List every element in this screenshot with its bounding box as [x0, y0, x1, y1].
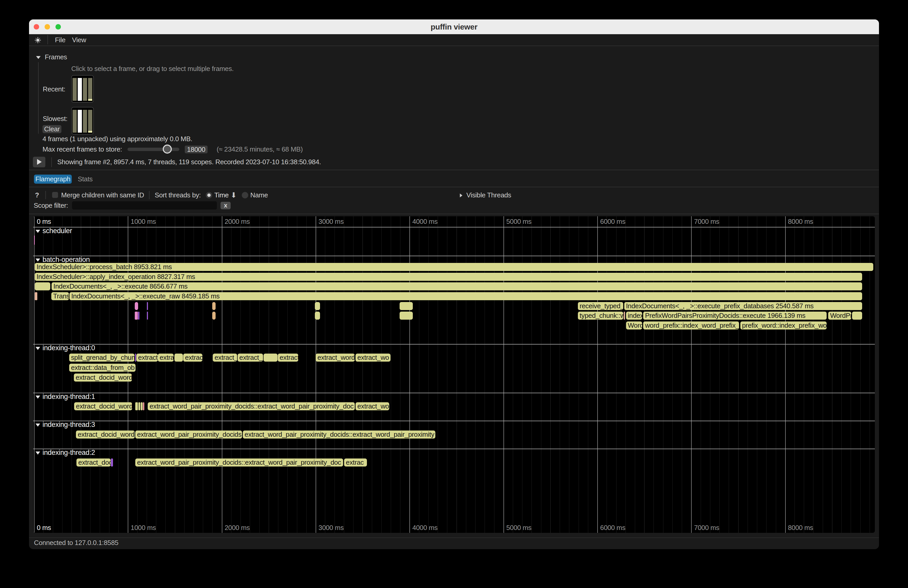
axis-tick-label-top: 6000 ms: [600, 218, 625, 226]
scope-bar[interactable]: [264, 353, 277, 361]
scope-filter-input[interactable]: [72, 201, 217, 210]
scope-bar[interactable]: extract_docid_word: [76, 431, 135, 439]
scope-bar[interactable]: [212, 312, 216, 320]
scope-bar[interactable]: IndexDocuments<_, _>::execute 8656.677 m…: [52, 282, 862, 290]
thread-group-name: indexing-thread:0: [42, 344, 95, 352]
clear-button[interactable]: Clear: [42, 125, 61, 133]
scope-bar[interactable]: extract_word_pair_proximity_docids::extr…: [135, 458, 343, 466]
menu-bar: File View: [29, 34, 879, 46]
scope-bar[interactable]: [143, 402, 144, 410]
thread-group-header[interactable]: indexing-thread:2: [35, 450, 95, 456]
scope-bar[interactable]: IndexDocuments<_, _>::execute_prefix_dat…: [624, 302, 862, 310]
thread-group-name: scheduler: [42, 227, 72, 235]
thread-group-header[interactable]: batch-operation: [35, 257, 90, 263]
scope-bar[interactable]: extra: [158, 353, 174, 361]
scope-bar[interactable]: extrac: [183, 353, 202, 361]
scope-bar[interactable]: typed_chunk::w: [578, 312, 623, 320]
clear-filter-button[interactable]: x: [221, 202, 231, 209]
scope-bar[interactable]: extract_: [213, 353, 237, 361]
scope-bar[interactable]: extract_docid_word: [74, 374, 132, 382]
menu-file[interactable]: File: [55, 34, 66, 46]
expand-arrow-icon: [460, 193, 462, 198]
scope-bar[interactable]: [35, 292, 37, 300]
axis-tick-label-top: 1000 ms: [130, 218, 156, 226]
frame-preview-stripe: [78, 110, 82, 133]
max-frames-value[interactable]: 18000: [185, 146, 208, 153]
frames-header[interactable]: Frames: [35, 53, 67, 61]
scope-bar[interactable]: extract_word_pair_proximity_docids::extr…: [243, 431, 435, 439]
scope-bar[interactable]: [135, 353, 136, 361]
theme-sun-icon[interactable]: [34, 37, 41, 43]
slowest-frames-thumbnail[interactable]: [71, 107, 94, 135]
scope-bar[interactable]: [174, 353, 183, 361]
titlebar[interactable]: puffin viewer: [29, 19, 879, 34]
scope-bar[interactable]: [35, 282, 50, 290]
recent-frames-thumbnail[interactable]: [71, 75, 94, 103]
flamegraph-canvas[interactable]: 0 ms1000 ms2000 ms3000 ms4000 ms5000 ms6…: [33, 216, 875, 533]
scope-bar[interactable]: extract: [136, 353, 158, 361]
sort-name-radio[interactable]: [242, 192, 248, 198]
scope-bar[interactable]: extract_docid_word: [74, 402, 132, 410]
scope-bar[interactable]: Trans: [51, 292, 69, 300]
scope-bar[interactable]: extract_wo: [356, 353, 391, 361]
scope-bar[interactable]: [399, 312, 413, 320]
scope-bar[interactable]: IndexScheduler>::apply_index_operation 8…: [35, 273, 862, 281]
max-frames-slider-knob[interactable]: [163, 145, 172, 154]
scope-bar[interactable]: [147, 312, 148, 320]
max-frames-label: Max recent frames to store:: [42, 145, 122, 153]
scope-bar[interactable]: extract_doc: [76, 458, 111, 466]
scope-bar[interactable]: WordPr: [828, 312, 851, 320]
scope-bar[interactable]: IndexScheduler>::process_batch 8953.821 …: [35, 263, 873, 271]
axis-tick-label-bottom: 5000 ms: [506, 524, 531, 532]
tab-stats[interactable]: Stats: [78, 175, 93, 183]
scope-bar[interactable]: extract: [278, 353, 298, 361]
play-button[interactable]: [33, 157, 45, 167]
sort-name-label[interactable]: Name: [250, 191, 268, 199]
thread-group-header[interactable]: scheduler: [35, 228, 72, 234]
scope-bar[interactable]: [141, 402, 143, 410]
thread-group-header[interactable]: indexing-thread:0: [35, 345, 95, 351]
thread-group-header[interactable]: indexing-thread:3: [35, 421, 95, 428]
scope-bar[interactable]: [147, 302, 148, 310]
scope-bar[interactable]: extract_: [238, 353, 263, 361]
scope-bar[interactable]: receive_typed_: [578, 302, 623, 310]
sort-time-label[interactable]: Time: [214, 191, 229, 199]
tab-flamegraph[interactable]: Flamegraph: [34, 175, 72, 184]
scope-bar[interactable]: [135, 302, 138, 310]
scope-bar[interactable]: [315, 302, 320, 310]
scope-bar[interactable]: [399, 302, 413, 310]
scope-bar[interactable]: extract::data_from_ob: [69, 364, 135, 372]
scope-bar[interactable]: extract_word: [316, 353, 355, 361]
scope-bar[interactable]: [135, 312, 138, 320]
scope-bar[interactable]: extract_wo: [356, 402, 389, 410]
scope-bar[interactable]: [852, 312, 862, 320]
scope-bar[interactable]: Word: [626, 321, 642, 329]
sort-time-radio[interactable]: [206, 192, 212, 198]
merge-children-checkbox[interactable]: [52, 192, 58, 198]
visible-threads-header[interactable]: Visible Threads: [459, 191, 511, 199]
scope-bar[interactable]: IndexDocuments<_, _>::execute_raw 8459.1…: [69, 292, 862, 300]
help-button[interactable]: ?: [35, 191, 39, 199]
scope-bar[interactable]: [135, 402, 138, 410]
scope-bar[interactable]: [138, 402, 140, 410]
scope-bar[interactable]: extract_word_pair_proximity_docids: [135, 431, 242, 439]
frames-hint: Click to select a frame, or drag to sele…: [71, 65, 234, 73]
thread-group-header[interactable]: indexing-thread:1: [35, 394, 95, 400]
scope-bar[interactable]: extract_word_pair_proximity_docids::extr…: [148, 402, 355, 410]
scope-bar[interactable]: prefix_word::index_prefix_wo: [741, 321, 827, 329]
scope-bar[interactable]: [315, 312, 320, 320]
scope-bar[interactable]: PrefixWordPairsProximityDocids::execute …: [643, 312, 827, 320]
scope-bar[interactable]: [624, 312, 625, 320]
scope-bar[interactable]: [111, 458, 113, 466]
scope-bar[interactable]: [212, 302, 216, 310]
scope-bar[interactable]: index: [626, 312, 642, 320]
scope-bar[interactable]: [138, 312, 139, 320]
axis-tick-label-bottom: 7000 ms: [694, 524, 719, 532]
sort-direction-arrow-icon[interactable]: ⬇: [231, 191, 237, 199]
merge-children-label[interactable]: Merge children with same ID: [61, 191, 144, 199]
scope-bar[interactable]: [34, 235, 35, 245]
menu-view[interactable]: View: [72, 34, 86, 46]
scope-bar[interactable]: split_grenad_by_chun: [69, 353, 135, 361]
scope-bar[interactable]: extrac: [344, 458, 367, 466]
scope-bar[interactable]: word_prefix::index_word_prefix_: [643, 321, 739, 329]
